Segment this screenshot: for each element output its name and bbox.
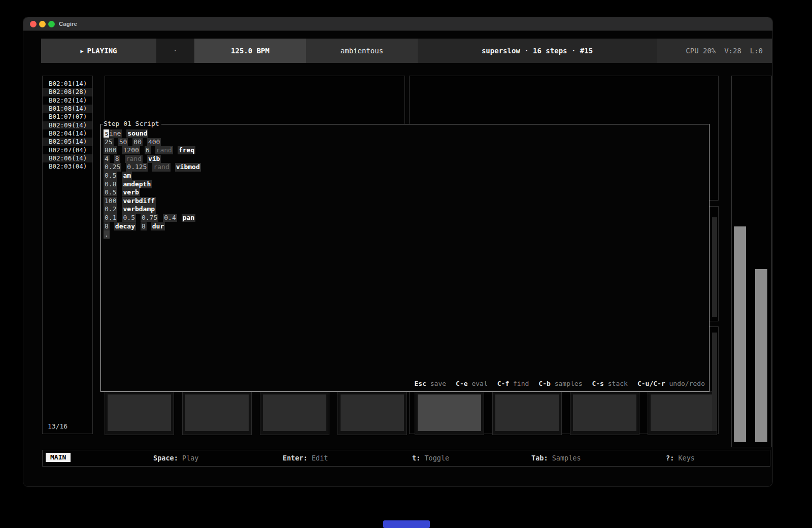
step-cell-2[interactable]: [182, 391, 252, 435]
code-token: 0.4: [163, 214, 177, 222]
code-line: 48randvib: [104, 155, 201, 163]
step-cell-6[interactable]: [492, 391, 562, 435]
code-token: vibmod: [175, 163, 201, 171]
code-line: .: [104, 230, 201, 239]
sample-item[interactable]: B02:07(04): [43, 146, 92, 154]
editor-help-item: C-u/C-r undo/redo: [637, 380, 705, 387]
level-meter-bar: [734, 226, 746, 442]
editor-help-line: Esc saveC-e evalC-f findC-b samplesC-s s…: [414, 380, 705, 387]
code-token: vib: [147, 155, 161, 163]
editor-help-item: Esc save: [414, 380, 446, 387]
step-fill: [263, 394, 326, 431]
sample-item[interactable]: B02:08(28): [43, 88, 92, 96]
code-token: 6: [145, 146, 151, 154]
step-fill: [495, 394, 559, 431]
code-token: 8: [114, 155, 120, 163]
sample-item[interactable]: B02:09(14): [43, 121, 92, 129]
code-token: verbdamp: [122, 205, 156, 213]
code-token: 00: [132, 138, 143, 146]
sample-counter: 13/16: [48, 422, 67, 430]
level-meter-bar: [755, 269, 767, 442]
sample-item[interactable]: B02:01(14): [43, 80, 92, 88]
code-token: 0.125: [126, 163, 148, 171]
code-token: 0.5: [104, 172, 117, 180]
sample-item[interactable]: B01:07(07): [43, 113, 92, 121]
beat-indicator: ·: [156, 39, 194, 63]
code-token: pan: [182, 214, 195, 222]
sample-item[interactable]: B02:05(14): [43, 138, 92, 146]
code-line: 0.8amdepth: [104, 180, 201, 189]
code-token: 8: [104, 222, 110, 230]
code-token: amdepth: [122, 180, 152, 188]
window-titlebar: Cagire: [23, 17, 772, 31]
step-cell-7[interactable]: [570, 391, 639, 435]
sample-item[interactable]: B02:04(14): [43, 129, 92, 138]
code-token: am: [122, 172, 132, 180]
sample-item[interactable]: B02:02(14): [43, 96, 92, 105]
sample-list-panel: B02:01(14)B02:08(28)B02:02(14)B01:08(14)…: [42, 76, 93, 434]
code-token: freq: [178, 146, 195, 154]
step-script-editor[interactable]: Step 01 Script sinesound2550004008001200…: [100, 124, 709, 392]
sample-list: B02:01(14)B02:08(28)B02:02(14)B01:08(14)…: [43, 80, 92, 171]
code-line: 255000400: [104, 138, 201, 147]
sample-item[interactable]: B02:03(04): [43, 162, 92, 171]
status-hint: Space: Play: [153, 450, 198, 466]
code-token: 1200: [122, 146, 140, 154]
cpu-stats: CPU 20% V:28 L:0: [657, 39, 772, 63]
step-fill: [185, 394, 249, 431]
transport-label: PLAYING: [87, 47, 117, 55]
code-token: 25: [104, 138, 114, 146]
status-hint: ?: Keys: [666, 450, 695, 466]
code-token: 0.25: [104, 163, 121, 171]
app-window: Cagire ▶PLAYING · 125.0 BPM ambientous s…: [23, 17, 773, 487]
play-icon: ▶: [80, 48, 83, 54]
step-cell-5[interactable]: [415, 391, 484, 435]
status-hint: Enter: Edit: [283, 450, 328, 466]
sample-item[interactable]: B02:06(14): [43, 154, 92, 162]
code-token: dur: [151, 222, 165, 230]
code-line: 8decay8dur: [104, 222, 201, 231]
step-cell-4[interactable]: [337, 391, 407, 435]
code-token: verb: [122, 188, 140, 196]
panel-scrollbar[interactable]: [712, 217, 717, 317]
code-token: rand: [152, 163, 170, 171]
code-token: ine: [109, 129, 122, 138]
code-line: 80012006randfreq: [104, 146, 201, 155]
code-token: 50: [118, 138, 128, 146]
window-title: Cagire: [59, 17, 77, 30]
code-token: .: [104, 230, 110, 239]
step-cell-8[interactable]: [648, 391, 717, 435]
scale-segment[interactable]: ambientous: [306, 39, 418, 63]
editor-help-item: C-e eval: [456, 380, 488, 387]
minimize-window-button[interactable]: [39, 21, 46, 27]
code-token: 0.2: [104, 205, 117, 213]
editor-help-item: C-b samples: [538, 380, 582, 387]
code-token: 400: [147, 138, 161, 146]
code-token: 0.5: [104, 188, 117, 196]
code-line: 0.2verbdamp: [104, 205, 201, 214]
active-step-fill: [418, 394, 481, 431]
pattern-info-segment[interactable]: superslow · 16 steps · #15: [418, 39, 657, 63]
bpm-segment[interactable]: 125.0 BPM: [194, 39, 306, 63]
mode-badge: MAIN: [46, 453, 71, 462]
code-token: 100: [104, 197, 117, 205]
editor-title: Step 01 Script: [103, 120, 161, 127]
step-cell-3[interactable]: [260, 391, 329, 435]
code-token: decay: [114, 222, 136, 230]
code-token: 0.5: [122, 214, 136, 222]
step-cell-1[interactable]: [105, 391, 174, 435]
zoom-window-button[interactable]: [48, 21, 55, 27]
close-window-button[interactable]: [30, 21, 37, 27]
editor-help-item: C-f find: [497, 380, 529, 387]
step-fill: [573, 394, 636, 431]
panel-scrollbar[interactable]: [712, 333, 717, 431]
code-token: 4: [104, 155, 110, 163]
sample-item[interactable]: B01:08(14): [43, 105, 92, 113]
step-fill: [108, 394, 171, 431]
transport-playing-segment[interactable]: ▶PLAYING: [41, 39, 156, 63]
code-token: sound: [126, 129, 148, 138]
code-line: 0.5verb: [104, 188, 201, 197]
code-token: verbdiff: [122, 197, 156, 205]
script-code-area[interactable]: sinesound25500040080012006randfreq48rand…: [104, 129, 201, 239]
dock-indicator[interactable]: [383, 520, 430, 528]
